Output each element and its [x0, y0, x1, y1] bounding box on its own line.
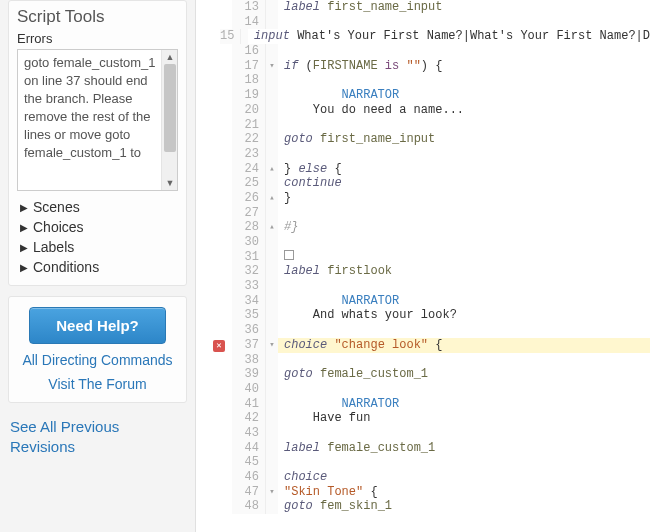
code-content[interactable]: label firstlook	[278, 264, 650, 279]
need-help-button[interactable]: Need Help?	[29, 307, 166, 344]
code-content[interactable]: if (FIRSTNAME is "") {	[278, 59, 650, 74]
code-line[interactable]: 18	[206, 73, 650, 88]
code-content[interactable]: goto female_custom_1	[278, 367, 650, 382]
code-content[interactable]: NARRATOR	[278, 397, 650, 412]
code-content[interactable]: You do need a name...	[278, 103, 650, 118]
code-content[interactable]: #}	[278, 220, 650, 235]
breakpoint-gutter[interactable]	[206, 73, 232, 88]
breakpoint-gutter[interactable]	[206, 176, 232, 191]
breakpoint-gutter[interactable]	[206, 323, 232, 338]
breakpoint-gutter[interactable]	[206, 162, 232, 177]
code-line[interactable]: 15input What's Your First Name?|What's Y…	[206, 29, 650, 44]
breakpoint-gutter[interactable]	[206, 103, 232, 118]
fold-toggle-icon[interactable]: ▴	[266, 162, 278, 177]
breakpoint-gutter[interactable]	[206, 279, 232, 294]
code-content[interactable]	[278, 44, 650, 59]
breakpoint-gutter[interactable]	[206, 147, 232, 162]
code-line[interactable]: 47▾"Skin Tone" {	[206, 485, 650, 500]
breakpoint-gutter[interactable]	[206, 294, 232, 309]
breakpoint-gutter[interactable]	[206, 499, 232, 514]
code-line[interactable]: 45	[206, 455, 650, 470]
scroll-thumb[interactable]	[164, 64, 176, 152]
code-content[interactable]: label female_custom_1	[278, 441, 650, 456]
code-content[interactable]	[278, 455, 650, 470]
code-content[interactable]: choice "change look" {	[278, 338, 650, 353]
breakpoint-gutter[interactable]	[206, 382, 232, 397]
code-content[interactable]	[278, 73, 650, 88]
code-line[interactable]: 14	[206, 15, 650, 30]
code-line[interactable]: 36	[206, 323, 650, 338]
code-content[interactable]	[278, 235, 650, 250]
breakpoint-gutter[interactable]	[206, 250, 232, 265]
breakpoint-gutter[interactable]	[206, 44, 232, 59]
breakpoint-gutter[interactable]	[206, 470, 232, 485]
breakpoint-gutter[interactable]	[206, 426, 232, 441]
code-content[interactable]: "Skin Tone" {	[278, 485, 650, 500]
code-content[interactable]	[278, 382, 650, 397]
breakpoint-gutter[interactable]	[206, 191, 232, 206]
tree-item-choices[interactable]: ▶Choices	[17, 217, 178, 237]
code-content[interactable]	[278, 279, 650, 294]
code-line[interactable]: 17▾if (FIRSTNAME is "") {	[206, 59, 650, 74]
code-content[interactable]: And whats your look?	[278, 308, 650, 323]
code-line[interactable]: 16	[206, 44, 650, 59]
breakpoint-gutter[interactable]	[206, 0, 232, 15]
code-line[interactable]: 35 And whats your look?	[206, 308, 650, 323]
code-content[interactable]	[278, 15, 650, 30]
code-line[interactable]: 42 Have fun	[206, 411, 650, 426]
code-content[interactable]	[278, 118, 650, 133]
directing-commands-link[interactable]: All Directing Commands	[17, 352, 178, 368]
code-line[interactable]: 44label female_custom_1	[206, 441, 650, 456]
code-content[interactable]: input What's Your First Name?|What's You…	[248, 29, 650, 44]
breakpoint-gutter[interactable]	[206, 411, 232, 426]
code-content[interactable]: }	[278, 191, 650, 206]
fold-toggle-icon[interactable]: ▴	[266, 220, 278, 235]
code-line[interactable]: 33	[206, 279, 650, 294]
code-line[interactable]: 32label firstlook	[206, 264, 650, 279]
code-line[interactable]: 25continue	[206, 176, 650, 191]
breakpoint-gutter[interactable]	[206, 485, 232, 500]
code-content[interactable]	[278, 353, 650, 368]
code-line[interactable]: 34 NARRATOR	[206, 294, 650, 309]
breakpoint-gutter[interactable]	[206, 397, 232, 412]
tree-item-labels[interactable]: ▶Labels	[17, 237, 178, 257]
breakpoint-gutter[interactable]	[206, 455, 232, 470]
code-content[interactable]	[278, 147, 650, 162]
code-content[interactable]: goto fem_skin_1	[278, 499, 650, 514]
scroll-up-icon[interactable]: ▲	[162, 50, 178, 64]
code-line[interactable]: 23	[206, 147, 650, 162]
fold-toggle-icon[interactable]: ▾	[266, 485, 278, 500]
code-content[interactable]: label first_name_input	[278, 0, 650, 15]
code-content[interactable]	[278, 206, 650, 221]
code-line[interactable]: 41 NARRATOR	[206, 397, 650, 412]
code-content[interactable]	[278, 426, 650, 441]
code-content[interactable]: NARRATOR	[278, 294, 650, 309]
previous-revisions-link[interactable]: See All Previous Revisions	[8, 413, 187, 461]
code-line[interactable]: 28▴#}	[206, 220, 650, 235]
breakpoint-gutter[interactable]	[206, 441, 232, 456]
breakpoint-gutter[interactable]	[206, 206, 232, 221]
code-content[interactable]	[278, 323, 650, 338]
code-line[interactable]: 21	[206, 118, 650, 133]
code-line[interactable]: 19 NARRATOR	[206, 88, 650, 103]
breakpoint-gutter[interactable]	[206, 353, 232, 368]
code-editor[interactable]: 13label first_name_input1415input What's…	[206, 0, 650, 532]
code-line[interactable]: 38	[206, 353, 650, 368]
fold-toggle-icon[interactable]: ▴	[266, 191, 278, 206]
checkbox-icon[interactable]	[284, 250, 294, 260]
breakpoint-gutter[interactable]	[206, 118, 232, 133]
errors-box[interactable]: goto female_custom_1 on line 37 should e…	[17, 49, 178, 191]
breakpoint-gutter[interactable]	[206, 367, 232, 382]
code-content[interactable]: Have fun	[278, 411, 650, 426]
scrollbar[interactable]: ▲ ▼	[161, 50, 177, 190]
breakpoint-gutter[interactable]	[206, 29, 220, 44]
code-content[interactable]	[278, 250, 650, 265]
breakpoint-gutter[interactable]	[206, 132, 232, 147]
visit-forum-link[interactable]: Visit The Forum	[17, 376, 178, 392]
breakpoint-gutter[interactable]	[206, 264, 232, 279]
code-line[interactable]: 39goto female_custom_1	[206, 367, 650, 382]
breakpoint-gutter[interactable]: ✕	[206, 338, 232, 353]
breakpoint-gutter[interactable]	[206, 59, 232, 74]
tree-item-scenes[interactable]: ▶Scenes	[17, 197, 178, 217]
code-line[interactable]: 24▴} else {	[206, 162, 650, 177]
